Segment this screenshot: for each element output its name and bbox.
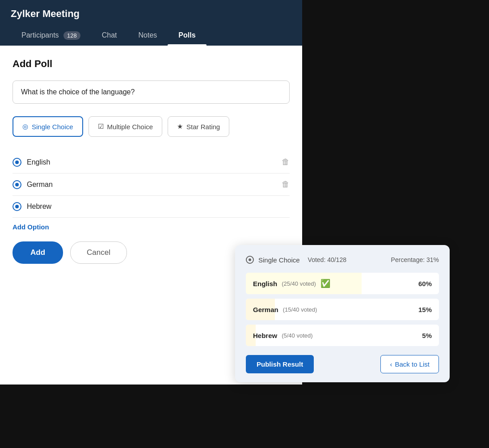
publish-result-button[interactable]: Publish Result [246, 355, 314, 373]
question-input[interactable] [13, 80, 290, 104]
back-chevron-icon: ‹ [390, 360, 392, 368]
tab-chat[interactable]: Chat [91, 27, 128, 46]
single-choice-icon: ◎ [22, 123, 28, 131]
multiple-choice-icon: ☑ [98, 123, 104, 131]
meeting-title: Zylker Meeting [11, 8, 291, 20]
result-bar-english: English (25/40 voted) ✅ 60% [246, 273, 439, 294]
results-radio-icon [246, 256, 254, 264]
radio-icon-english [13, 158, 21, 167]
options-list: English 🗑 German 🗑 Hebrew [13, 151, 290, 218]
result-votes-english: (25/40 voted) [282, 280, 316, 287]
option-text-english: English [27, 158, 276, 166]
star-rating-icon: ★ [177, 123, 183, 131]
tab-participants[interactable]: Participants 128 [11, 27, 91, 46]
participants-badge: 128 [63, 31, 80, 40]
delete-icon-english[interactable]: 🗑 [282, 157, 290, 167]
option-row-english: English 🗑 [13, 151, 290, 173]
star-rating-button[interactable]: ★ Star Rating [168, 116, 229, 137]
meeting-header: Zylker Meeting Participants 128 Chat Not… [0, 0, 302, 46]
page-title: Add Poll [13, 58, 290, 70]
choice-types: ◎ Single Choice ☑ Multiple Choice ★ Star… [13, 116, 290, 137]
single-choice-button[interactable]: ◎ Single Choice [13, 116, 83, 137]
winner-check-icon: ✅ [320, 279, 330, 288]
multiple-choice-button[interactable]: ☑ Multiple Choice [89, 116, 163, 137]
result-votes-hebrew: (5/40 voted) [282, 332, 312, 339]
add-button[interactable]: Add [13, 241, 63, 264]
result-bar-german: German (15/40 voted) 15% [246, 299, 439, 320]
result-percent-german: 15% [418, 306, 432, 313]
result-votes-german: (15/40 voted) [283, 306, 317, 313]
results-panel: Single Choice Voted: 40/128 Percentage: … [235, 245, 450, 382]
result-lang-hebrew: Hebrew [253, 332, 277, 339]
result-bars: English (25/40 voted) ✅ 60% German (15/4… [246, 273, 439, 346]
result-lang-german: German [253, 306, 278, 313]
tab-notes[interactable]: Notes [128, 27, 168, 46]
result-lang-english: English [253, 280, 277, 287]
radio-icon-hebrew [13, 202, 21, 211]
result-percent-hebrew: 5% [422, 332, 432, 339]
tab-polls[interactable]: Polls [168, 27, 206, 46]
cancel-button[interactable]: Cancel [70, 241, 127, 264]
option-row-hebrew: Hebrew [13, 196, 290, 218]
add-option-button[interactable]: Add Option [13, 223, 290, 231]
results-footer: Publish Result ‹ Back to List [246, 355, 439, 373]
results-percentage-label: Percentage: 31% [391, 256, 439, 263]
results-header: Single Choice Voted: 40/128 Percentage: … [246, 256, 439, 264]
result-percent-english: 60% [418, 280, 432, 287]
option-row-german: German 🗑 [13, 173, 290, 196]
option-text-hebrew: Hebrew [27, 203, 290, 211]
results-voted-label: Voted: 40/128 [308, 256, 346, 263]
tabs-bar: Participants 128 Chat Notes Polls [11, 27, 291, 46]
option-text-german: German [27, 181, 276, 189]
result-bar-hebrew: Hebrew (5/40 voted) 5% [246, 325, 439, 346]
radio-icon-german [13, 180, 21, 189]
results-type-label: Single Choice [258, 256, 300, 264]
back-to-list-button[interactable]: ‹ Back to List [380, 355, 439, 373]
delete-icon-german[interactable]: 🗑 [282, 180, 290, 189]
